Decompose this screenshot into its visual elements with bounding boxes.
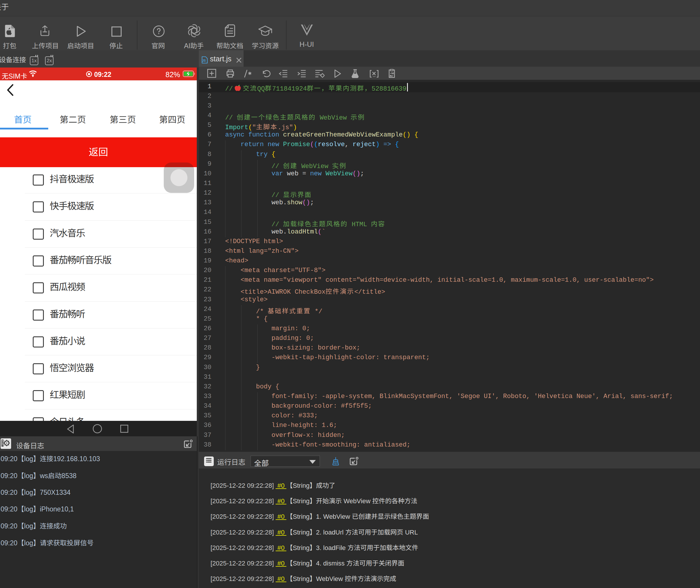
svg-text:JS: JS [202, 59, 206, 62]
